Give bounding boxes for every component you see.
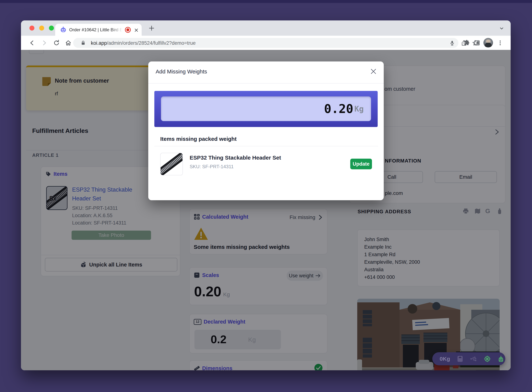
tab-search-chevron-icon[interactable]	[499, 26, 504, 31]
lock-icon[interactable]	[81, 40, 86, 46]
modal-divider	[148, 83, 384, 84]
lcd-weight-unit: Kg	[354, 104, 364, 113]
side-panel-icon[interactable]	[473, 39, 481, 46]
reload-button[interactable]	[53, 39, 60, 46]
menubar-strip	[0, 0, 532, 3]
tab-title: Order #10642 | Little Bird E	[69, 27, 123, 33]
lcd-weight-value: 0.20	[324, 102, 353, 116]
profile-avatar[interactable]	[483, 38, 493, 47]
minimize-window-button[interactable]	[39, 26, 44, 31]
pin-header-image	[160, 153, 183, 175]
microphone-icon[interactable]	[449, 40, 455, 46]
tab-strip: Order #10642 | Little Bird E	[21, 20, 511, 36]
scale-lcd-screen: 0.20 Kg	[161, 96, 371, 121]
desktop-background: Order #10642 | Little Bird E	[0, 0, 532, 392]
url-path: /admin/orders/28524/fulfillv2?demo=true	[107, 40, 196, 46]
wheel-status-icon	[484, 355, 491, 363]
url-host: koi.app	[91, 40, 107, 46]
forward-button[interactable]	[41, 39, 48, 46]
modal-divider	[154, 146, 378, 146]
scale-weight-display: 0.20 Kg	[154, 91, 378, 127]
menu-dots-icon[interactable]	[497, 39, 504, 46]
browser-toolbar: koi.app/admin/orders/28524/fulfillv2?dem…	[21, 36, 511, 50]
url-text[interactable]: koi.app/admin/orders/28524/fulfillv2?dem…	[91, 40, 196, 46]
home-button[interactable]	[65, 39, 72, 46]
browser-tab[interactable]: Order #10642 | Little Bird E	[55, 24, 142, 36]
usb-status-icon	[470, 355, 477, 363]
live-scale-weight: 0Kg	[440, 356, 450, 362]
browser-window: Order #10642 | Little Bird E	[21, 20, 511, 370]
extensions-icon[interactable]	[463, 39, 470, 46]
close-icon[interactable]	[370, 68, 377, 75]
modal-product-thumbnail	[160, 153, 183, 175]
page-viewport: Note from customer rf Fulfillment Articl…	[21, 50, 511, 370]
close-window-button[interactable]	[29, 26, 34, 31]
missing-weight-section-heading: Items missing packed weight	[160, 136, 236, 142]
zoom-window-button[interactable]	[49, 26, 54, 31]
modal-product-sku: SKU: SF-PRT-14311	[190, 164, 234, 169]
address-bar[interactable]: koi.app/admin/orders/28524/fulfillv2?dem…	[73, 38, 458, 48]
add-missing-weights-modal: Add Missing Weights 0.20 Kg Items missin…	[148, 61, 384, 200]
robot-status-icon	[497, 355, 504, 363]
new-tab-button[interactable]	[148, 25, 155, 32]
robot-favicon	[60, 26, 67, 33]
tab-close-icon[interactable]	[134, 28, 139, 33]
scale-status-icon	[456, 355, 464, 363]
modal-product-name: ESP32 Thing Stackable Header Set	[190, 154, 281, 161]
recording-indicator-icon	[125, 27, 131, 33]
device-status-pill: 0Kg	[432, 352, 505, 365]
update-button[interactable]: Update	[350, 159, 372, 169]
back-button[interactable]	[28, 39, 36, 46]
modal-title: Add Missing Weights	[156, 69, 207, 75]
